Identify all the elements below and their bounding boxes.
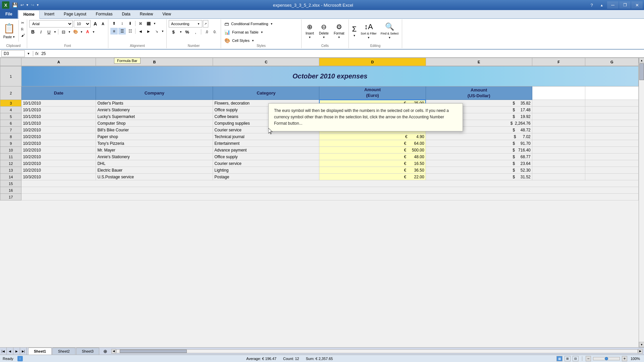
- cell-e10[interactable]: $ 716.40: [426, 147, 532, 154]
- align-bottom-btn[interactable]: ⬇: [126, 20, 134, 27]
- insert-cells-btn[interactable]: ⊕ Insert ▼: [304, 20, 316, 42]
- sheet-nav-prev[interactable]: ◀: [7, 348, 13, 355]
- vertical-scrollbar[interactable]: ▲ ▼: [639, 58, 644, 347]
- sheet-nav-first[interactable]: |◀: [0, 348, 7, 355]
- copy-button[interactable]: ⎘: [20, 26, 25, 32]
- cell-d8[interactable]: € 4.90: [319, 133, 426, 140]
- close-btn[interactable]: ✕: [631, 1, 643, 9]
- cell-a7[interactable]: 10/2/2010: [21, 127, 96, 133]
- borders-dropdown[interactable]: ▼: [68, 28, 71, 35]
- redo-button[interactable]: ↪: [31, 3, 34, 7]
- tab-home[interactable]: Home: [18, 10, 40, 19]
- align-right-btn[interactable]: ☷: [126, 28, 134, 35]
- cell-b8[interactable]: Paper shop: [96, 133, 213, 140]
- text-direction-btn[interactable]: ↘: [153, 28, 160, 35]
- bold-button[interactable]: B: [29, 28, 37, 35]
- tab-formulas[interactable]: Formulas: [91, 10, 117, 18]
- font-name-select[interactable]: Arial: [29, 20, 73, 27]
- merge-dropdown[interactable]: ▼: [153, 20, 156, 27]
- col-header-b[interactable]: B: [96, 58, 213, 66]
- align-top-btn[interactable]: ⬆: [110, 20, 118, 27]
- tab-data[interactable]: Data: [117, 10, 135, 18]
- italic-button[interactable]: I: [37, 28, 45, 35]
- col-header-f[interactable]: F: [532, 58, 585, 66]
- minimize-btn[interactable]: ─: [607, 1, 619, 9]
- align-center-btn[interactable]: ☰: [118, 28, 126, 35]
- cell-d14[interactable]: € 22.00: [319, 174, 426, 180]
- cell-d10[interactable]: € 500.00: [319, 147, 426, 154]
- normal-view-btn[interactable]: ▦: [556, 356, 562, 361]
- cell-c13[interactable]: Lighting: [213, 167, 319, 174]
- sheet-nav-next[interactable]: ▶: [13, 348, 20, 355]
- undo-dropdown[interactable]: ▼: [26, 3, 29, 7]
- tab-insert[interactable]: Insert: [40, 10, 59, 18]
- align-left-btn[interactable]: ≡: [110, 28, 118, 35]
- increase-font-btn[interactable]: A: [92, 20, 99, 27]
- cell-d12[interactable]: € 16.50: [319, 160, 426, 167]
- conditional-formatting-btn[interactable]: 🗃 Conditional Formatting ▼: [223, 20, 299, 27]
- sort-filter-btn[interactable]: ↕A Sort & Filter ▼: [359, 20, 378, 42]
- cell-reference-box[interactable]: D3: [1, 50, 25, 57]
- col-header-e[interactable]: E: [426, 58, 532, 66]
- cell-b7[interactable]: Bill's Bike Courier: [96, 127, 213, 133]
- number-format-dropdown[interactable]: Accounting ▼: [169, 20, 202, 27]
- ribbon-collapse-btn[interactable]: ▲: [597, 1, 606, 9]
- number-format-dialog-btn[interactable]: ↗: [203, 20, 208, 27]
- sheet-nav-last[interactable]: ▶|: [20, 348, 27, 355]
- underline-dropdown[interactable]: ▼: [53, 28, 57, 35]
- underline-button[interactable]: U: [45, 28, 53, 35]
- cell-b5[interactable]: Lucky's Supermarket: [96, 113, 213, 120]
- cell-b10[interactable]: Mr. Mayer: [96, 147, 213, 154]
- scroll-thumb-v[interactable]: [639, 63, 644, 80]
- col-header-g[interactable]: G: [585, 58, 639, 66]
- fill-dropdown[interactable]: ▼: [80, 28, 83, 35]
- cell-c10[interactable]: Advance payment: [213, 147, 319, 154]
- add-sheet-btn[interactable]: ⊕: [101, 348, 110, 355]
- cell-a6[interactable]: 10/1/2010: [21, 120, 96, 127]
- tab-page-layout[interactable]: Page Layout: [59, 10, 91, 18]
- page-break-preview-btn[interactable]: ⊟: [573, 356, 579, 361]
- scroll-right-btn[interactable]: ▶: [638, 349, 643, 354]
- sheet-tab-2[interactable]: Sheet2: [52, 348, 75, 355]
- autosum-btn[interactable]: Σ ▼: [351, 20, 358, 42]
- cell-d11[interactable]: € 48.00: [319, 154, 426, 160]
- font-color-dropdown[interactable]: ▼: [92, 28, 95, 35]
- scroll-up-btn[interactable]: ▲: [639, 58, 644, 63]
- tab-review[interactable]: Review: [135, 10, 158, 18]
- delete-cells-btn[interactable]: ⊖ Delete ▼: [317, 20, 331, 42]
- cell-b9[interactable]: Tony's Pizzeria: [96, 140, 213, 147]
- cell-b3[interactable]: Ostler's Plants: [96, 100, 213, 107]
- cell-e9[interactable]: $ 91.70: [426, 140, 532, 147]
- cell-b13[interactable]: Electric Bauer: [96, 167, 213, 174]
- cell-a11[interactable]: 10/2/2010: [21, 154, 96, 160]
- align-middle-btn[interactable]: ↕: [118, 20, 126, 27]
- status-icon[interactable]: i: [17, 356, 23, 361]
- cell-e13[interactable]: $ 52.30: [426, 167, 532, 174]
- font-color-button[interactable]: A: [84, 28, 91, 35]
- increase-indent-btn[interactable]: ▶: [145, 28, 152, 35]
- cell-d13[interactable]: € 36.50: [319, 167, 426, 174]
- fill-color-button[interactable]: 🎨: [72, 28, 79, 35]
- page-layout-btn[interactable]: ⊞: [565, 356, 571, 361]
- currency-button[interactable]: $: [169, 28, 178, 35]
- cell-e12[interactable]: $ 23.64: [426, 160, 532, 167]
- cell-styles-btn[interactable]: 🎨 Cell Styles ▼: [223, 37, 299, 44]
- cell-c11[interactable]: Office supply: [213, 154, 319, 160]
- customize-qat[interactable]: ▼: [36, 3, 39, 7]
- scroll-track-h[interactable]: [116, 349, 638, 353]
- cell-c12[interactable]: Courier service: [213, 160, 319, 167]
- currency-dropdown[interactable]: ▼: [179, 28, 182, 35]
- save-button[interactable]: 💾: [11, 2, 18, 8]
- cell-b12[interactable]: DHL: [96, 160, 213, 167]
- format-cells-btn[interactable]: ⚙ Format ▼: [332, 20, 346, 42]
- col-header-d[interactable]: D: [319, 58, 426, 66]
- cell-b11[interactable]: Annie's Stationery: [96, 154, 213, 160]
- sheet-tab-3[interactable]: Sheet3: [76, 348, 99, 355]
- cell-e11[interactable]: $ 68.77: [426, 154, 532, 160]
- text-direction-dropdown[interactable]: ▼: [161, 28, 164, 35]
- cell-c14[interactable]: Postage: [213, 174, 319, 180]
- cut-button[interactable]: ✂: [20, 20, 25, 26]
- scroll-left-btn[interactable]: ◀: [111, 349, 116, 354]
- cell-ref-dropdown[interactable]: ▼: [26, 50, 31, 57]
- col-header-c[interactable]: C: [213, 58, 319, 66]
